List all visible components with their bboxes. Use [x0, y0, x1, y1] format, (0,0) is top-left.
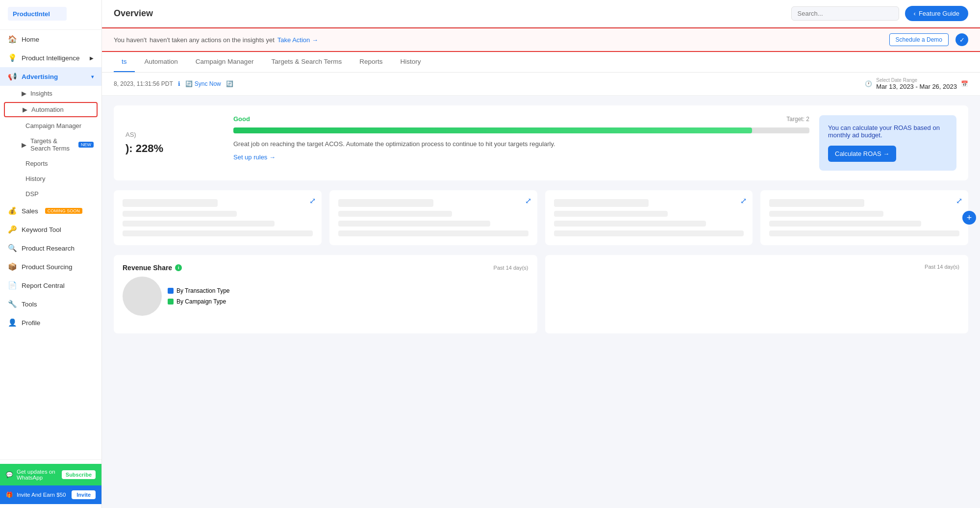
sidebar-product-intelligence-label: Product Intelligence — [22, 54, 80, 62]
sidebar-item-targets-search-terms[interactable]: ▶ Targets & Search Terms NEW — [0, 133, 101, 156]
skeleton-short-3 — [554, 211, 668, 217]
tab-reports[interactable]: Reports — [352, 52, 390, 72]
whatsapp-icon: 💬 — [6, 471, 13, 478]
legend-item-1: By Transaction Type — [168, 287, 230, 294]
sidebar-item-keyword-tool[interactable]: 🔑 Keyword Tool — [0, 220, 101, 239]
search-input[interactable] — [791, 6, 899, 21]
sidebar-item-insights[interactable]: ▶ Insights — [0, 86, 101, 101]
invite-button[interactable]: Invite — [72, 490, 96, 499]
status-good-label: Good — [233, 115, 250, 123]
date-range-selector: 🕐 Select Date Range Mar 13, 2023 - Mar 2… — [865, 77, 968, 90]
skeleton-medium-1 — [123, 221, 275, 227]
sidebar-item-advertising[interactable]: 📢 Advertising ▾ — [0, 67, 101, 86]
tab-history[interactable]: History — [392, 52, 428, 72]
calendar-icon[interactable]: 📅 — [961, 80, 968, 87]
sidebar-item-profile[interactable]: 👤 Profile — [0, 313, 101, 332]
feature-guide-label: Feature Guide — [919, 10, 959, 17]
expand-icon-1[interactable]: ⤢ — [309, 196, 316, 205]
tab-targets-search-terms[interactable]: Targets & Search Terms — [263, 52, 350, 72]
add-widget-button[interactable]: + — [962, 211, 976, 225]
date-range-container: Select Date Range Mar 13, 2023 - Mar 26,… — [876, 77, 957, 90]
tab-overview-label: ts — [122, 58, 127, 65]
progress-bar-background — [233, 127, 809, 133]
stat-loading-1 — [123, 199, 313, 236]
sidebar-item-product-research[interactable]: 🔍 Product Research — [0, 239, 101, 257]
stat-loading-3 — [554, 199, 744, 236]
target-label: Target: 2 — [786, 116, 809, 123]
setup-rules-link[interactable]: Set up rules → — [233, 153, 276, 161]
sidebar-sales-label: Sales — [22, 207, 38, 215]
sidebar-report-central-label: Report Central — [22, 282, 65, 289]
sidebar-item-reports[interactable]: Reports — [0, 156, 101, 171]
calculate-roas-button[interactable]: Calculate ROAS → — [828, 146, 896, 162]
alert-banner: You haven't haven't taken any actions on… — [102, 27, 980, 52]
skeleton-title-4 — [769, 199, 864, 207]
main-content: Overview ‹ Feature Guide You haven't hav… — [102, 0, 980, 508]
roas-metric-value: ): 228% — [126, 142, 224, 155]
expand-icon-2[interactable]: ⤢ — [525, 196, 531, 205]
sidebar-item-automation[interactable]: ▶ Automation — [4, 102, 98, 117]
tab-overview[interactable]: ts — [114, 52, 135, 72]
sidebar-item-dsp[interactable]: DSP — [0, 186, 101, 202]
sidebar-item-tools[interactable]: 🔧 Tools — [0, 295, 101, 313]
clock-icon: 🕐 — [865, 80, 872, 87]
roas-card: AS) ): 228% Good Target: 2 Great job on … — [114, 105, 968, 180]
invite-icon: 🎁 — [6, 491, 13, 498]
sidebar-item-product-intelligence[interactable]: 💡 Product Intelligence ▶ — [0, 49, 101, 67]
product-sourcing-icon: 📦 — [8, 262, 17, 271]
tab-campaign-manager-label: Campaign Manager — [196, 58, 254, 65]
take-action-link[interactable]: Take Action → — [277, 36, 318, 44]
chevron-right-targets-icon: ▶ — [22, 141, 26, 149]
topbar: Overview ‹ Feature Guide — [102, 0, 980, 27]
tab-targets-label: Targets & Search Terms — [271, 58, 342, 65]
sidebar-item-home[interactable]: 🏠 Home — [0, 30, 101, 49]
tab-campaign-manager[interactable]: Campaign Manager — [188, 52, 262, 72]
tab-automation[interactable]: Automation — [137, 52, 186, 72]
sidebar-home-label: Home — [22, 36, 39, 43]
chevron-left-icon: ‹ — [914, 10, 916, 17]
stat-card-1: ⤢ — [114, 190, 322, 245]
new-badge: NEW — [78, 142, 94, 148]
skeleton-short-2 — [338, 211, 452, 217]
feature-guide-button[interactable]: ‹ Feature Guide — [905, 6, 968, 21]
skeleton-title-1 — [123, 199, 218, 207]
sidebar-item-sales[interactable]: 💰 Sales COMING SOON — [0, 202, 101, 220]
sidebar-product-sourcing-label: Product Sourcing — [22, 263, 73, 271]
sidebar-item-product-sourcing[interactable]: 📦 Product Sourcing — [0, 257, 101, 276]
revenue-card-1: Revenue Share i Past 14 day(s) By Transa… — [114, 255, 537, 333]
chevron-right-small-icon: ▶ — [22, 90, 26, 97]
sidebar-item-campaign-manager[interactable]: Campaign Manager — [0, 118, 101, 133]
sync-icon: 🔄 — [185, 80, 193, 87]
collapse-alert-button[interactable]: ✓ — [955, 33, 968, 46]
page-title: Overview — [114, 8, 153, 19]
whatsapp-subscribe-button[interactable]: Subscribe — [62, 470, 96, 479]
expand-icon-4[interactable]: ⤢ — [956, 196, 962, 205]
sales-icon: 💰 — [8, 206, 17, 215]
revenue-past-label: Past 14 day(s) — [494, 265, 528, 271]
sidebar-item-history[interactable]: History — [0, 171, 101, 186]
sidebar-history-label: History — [25, 175, 45, 182]
sidebar-item-report-central[interactable]: 📄 Report Central — [0, 276, 101, 295]
revenue-info-icon[interactable]: i — [175, 264, 182, 271]
schedule-demo-button[interactable]: Schedule a Demo — [889, 33, 949, 46]
legend-color-1 — [168, 288, 174, 294]
skeleton-long-2 — [338, 230, 528, 236]
stats-row: ⤢ ⤢ ⤢ — [114, 190, 968, 245]
legend-label-1: By Transaction Type — [176, 287, 230, 294]
skeleton-short-4 — [769, 211, 883, 217]
sidebar-navigation: 🏠 Home 💡 Product Intelligence ▶ 📢 Advert… — [0, 30, 101, 459]
expand-icon-3[interactable]: ⤢ — [740, 196, 747, 205]
alert-text: You haven't — [114, 36, 147, 44]
skeleton-short-1 — [123, 211, 237, 217]
progress-bar-fill — [233, 127, 752, 133]
calc-roas-label: Calculate ROAS → — [835, 150, 889, 157]
stat-loading-2 — [338, 199, 528, 236]
revenue-section: Revenue Share i Past 14 day(s) By Transa… — [114, 255, 968, 333]
revenue-card-2-past-label: Past 14 day(s) — [925, 264, 959, 270]
sidebar-tools-label: Tools — [22, 301, 37, 308]
sync-now-button[interactable]: 🔄 Sync Now — [185, 80, 221, 87]
roas-right-panel: You can calculate your ROAS based on mon… — [819, 115, 956, 171]
coming-soon-badge: COMING SOON — [45, 208, 82, 214]
refresh-icon[interactable]: 🔄 — [226, 80, 233, 87]
roas-description: Great job on reaching the target ACOS. A… — [233, 140, 809, 148]
